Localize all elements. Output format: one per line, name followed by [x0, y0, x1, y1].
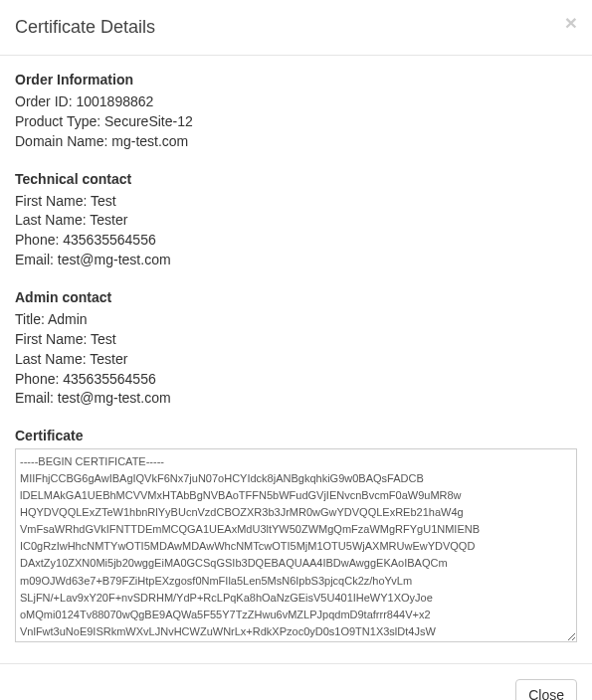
domain-name-row: Domain Name: mg-test.com [15, 132, 577, 152]
domain-name-label: Domain Name: [15, 133, 107, 149]
close-button[interactable]: Close [515, 679, 577, 700]
admin-first-name-label: First Name: [15, 331, 87, 347]
certificate-section: Certificate [15, 427, 577, 648]
tech-email-value: test@mg-test.com [58, 252, 171, 267]
tech-first-name-row: First Name: Test [15, 192, 577, 212]
domain-name-value: mg-test.com [111, 133, 188, 149]
admin-last-name-value: Tester [90, 351, 127, 367]
tech-last-name-label: Last Name: [15, 212, 87, 228]
certificate-textarea[interactable] [15, 448, 577, 642]
certificate-details-modal: Certificate Details × Order Information … [0, 0, 592, 700]
tech-first-name-value: Test [91, 193, 116, 209]
tech-email-label: Email: [15, 252, 54, 267]
tech-last-name-value: Tester [90, 212, 127, 228]
admin-email-value: test@mg-test.com [58, 390, 171, 406]
admin-email-row: Email: test@mg-test.com [15, 389, 577, 409]
order-information-section: Order Information Order ID: 1001898862 P… [15, 71, 577, 152]
product-type-row: Product Type: SecureSite-12 [15, 112, 577, 132]
admin-contact-section: Admin contact Title: Admin First Name: T… [15, 288, 577, 409]
admin-title-label: Title: [15, 311, 45, 327]
modal-header: Certificate Details × [0, 0, 592, 56]
order-id-row: Order ID: 1001898862 [15, 92, 577, 112]
tech-phone-label: Phone: [15, 232, 59, 248]
admin-phone-label: Phone: [15, 371, 59, 387]
admin-title-value: Admin [48, 311, 88, 327]
admin-first-name-row: First Name: Test [15, 330, 577, 350]
tech-phone-value: 435635564556 [63, 232, 155, 248]
admin-email-label: Email: [15, 390, 54, 406]
admin-last-name-label: Last Name: [15, 351, 87, 367]
admin-phone-row: Phone: 435635564556 [15, 370, 577, 390]
tech-last-name-row: Last Name: Tester [15, 211, 577, 231]
technical-contact-section: Technical contact First Name: Test Last … [15, 170, 577, 270]
order-id-value: 1001898862 [76, 93, 153, 109]
modal-body: Order Information Order ID: 1001898862 P… [0, 56, 592, 663]
tech-phone-row: Phone: 435635564556 [15, 231, 577, 251]
certificate-heading: Certificate [15, 427, 577, 446]
order-information-heading: Order Information [15, 71, 577, 90]
admin-first-name-value: Test [91, 331, 116, 347]
technical-contact-heading: Technical contact [15, 170, 577, 190]
tech-first-name-label: First Name: [15, 193, 87, 209]
close-icon[interactable]: × [565, 12, 577, 33]
admin-phone-value: 435635564556 [63, 371, 155, 387]
tech-email-row: Email: test@mg-test.com [15, 251, 577, 270]
admin-contact-heading: Admin contact [15, 288, 577, 308]
admin-last-name-row: Last Name: Tester [15, 350, 577, 370]
modal-title: Certificate Details [15, 15, 577, 40]
order-id-label: Order ID: [15, 93, 73, 109]
modal-footer: Close [0, 663, 592, 700]
product-type-label: Product Type: [15, 113, 100, 129]
product-type-value: SecureSite-12 [104, 113, 193, 129]
admin-title-row: Title: Admin [15, 310, 577, 330]
